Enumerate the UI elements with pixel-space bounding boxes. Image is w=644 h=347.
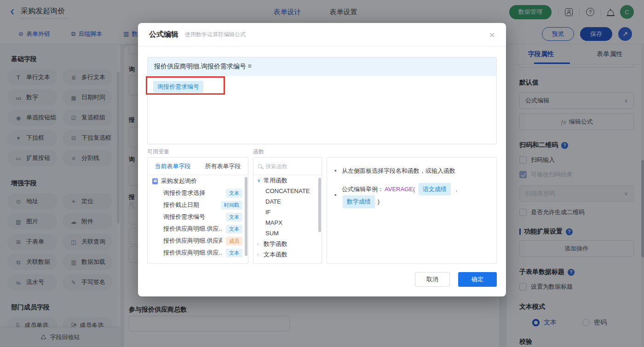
variable-row[interactable]: 询报价需求选择文本 (148, 187, 248, 199)
function-group-common[interactable]: ∨常用函数 (253, 175, 322, 186)
example-chip: 语文成绩 (419, 183, 451, 196)
formula-field-chip[interactable]: 询报价需求编号 (153, 81, 203, 93)
variable-row[interactable]: 报价供应商明细.供应商成员 (148, 235, 248, 247)
formula-target: 报价供应商明细.询报价需求编号 = (148, 57, 496, 76)
variable-row[interactable]: 报价截止日期时间戳 (148, 199, 248, 211)
bullet: • (334, 166, 342, 176)
formula-editor[interactable]: 报价供应商明细.询报价需求编号 = 询报价需求编号 (147, 57, 497, 144)
chevron-down-icon: ∨ (257, 178, 264, 183)
function-search-input[interactable] (265, 163, 317, 170)
variable-row[interactable]: 报价供应商明细.供应...文本 (148, 247, 248, 259)
formula-edit-modal: 公式编辑 使用数学运算符编辑公式 × 报价供应商明细.询报价需求编号 = 询报价… (138, 23, 506, 296)
type-badge: 文本 (226, 249, 242, 257)
function-item[interactable]: DATE (253, 196, 322, 207)
type-badge: 时间戳 (221, 201, 242, 210)
type-badge: 文本 (226, 213, 242, 222)
function-item[interactable]: SUM (253, 228, 322, 239)
type-badge: 文本 (226, 189, 242, 198)
formula-body[interactable]: 询报价需求编号 (148, 76, 496, 144)
function-group-text[interactable]: ›文本函数 (253, 249, 322, 260)
variable-row[interactable]: 报价供应商明细.供应...文本 (148, 223, 248, 235)
variables-label: 可用变量 (147, 148, 169, 156)
modal-subtitle: 使用数学运算符编辑公式 (185, 31, 246, 39)
tab-current-form-fields[interactable]: 当前表单字段 (148, 158, 198, 175)
variable-row[interactable]: 询报价需求编号文本 (148, 211, 248, 223)
type-badge: 成员 (226, 237, 242, 245)
search-icon (258, 164, 262, 168)
functions-label: 函数 (253, 148, 264, 156)
function-item[interactable]: IF (253, 207, 322, 217)
confirm-button[interactable]: 确定 (458, 272, 497, 287)
tab-all-form-fields[interactable]: 所有表单字段 (198, 158, 248, 175)
function-item[interactable]: MAPX (253, 217, 322, 228)
help-panel: •从左侧面板选择字段名和函数，或输入函数 • 公式编辑举例：AVERAGE( 语… (327, 157, 497, 264)
function-item[interactable]: CONCATENATE (253, 186, 322, 196)
modal-title: 公式编辑 (149, 30, 178, 40)
functions-panel: ∨常用函数 CONCATENATE DATE IF MAPX SUM ›数学函数… (253, 157, 322, 264)
type-badge: 文本 (226, 225, 242, 233)
example-chip: 数学成绩 (343, 195, 375, 208)
close-icon[interactable]: × (489, 30, 495, 40)
function-name: AVERAGE( (385, 186, 415, 193)
variable-tree-root[interactable]: 采购发起询价 (148, 175, 248, 187)
bullet: • (334, 191, 342, 200)
variables-scrollbar[interactable] (245, 177, 247, 256)
chevron-right-icon: › (257, 241, 264, 246)
cancel-button[interactable]: 取消 (415, 272, 450, 287)
functions-scrollbar[interactable] (318, 178, 321, 232)
help-line-2: 公式编辑举例：AVERAGE( 语文成绩，数学成绩 ) (342, 183, 489, 208)
chevron-right-icon: › (257, 252, 264, 257)
form-doc-icon (152, 178, 158, 184)
variables-panel: 当前表单字段 所有表单字段 采购发起询价 询报价需求选择文本 报价截止日期时间戳… (147, 157, 248, 264)
help-line-1: 从左侧面板选择字段名和函数，或输入函数 (342, 166, 455, 176)
function-group-math[interactable]: ›数学函数 (253, 239, 322, 249)
function-search[interactable] (253, 158, 322, 175)
